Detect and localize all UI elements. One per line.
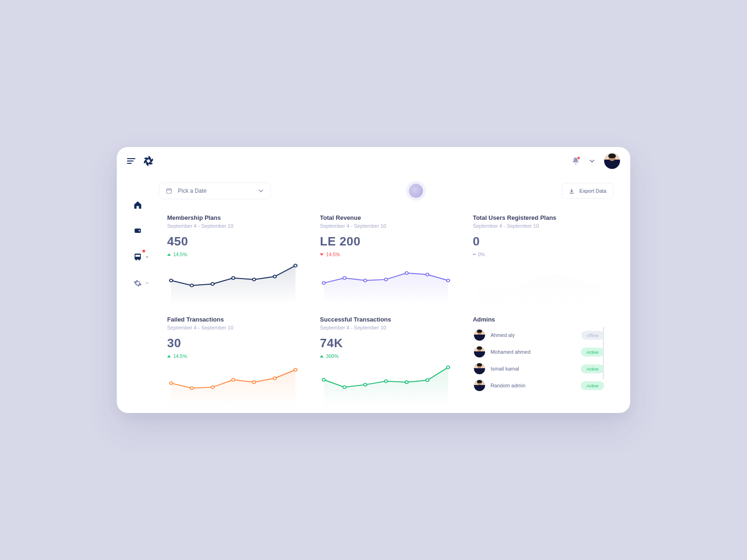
card-delta: 0% bbox=[473, 252, 605, 257]
card-title: Successful Transactions bbox=[320, 316, 452, 323]
toolbar: Pick a Date Export Data bbox=[159, 182, 613, 199]
notifications-bell-icon[interactable] bbox=[571, 157, 580, 165]
card-value: LE 200 bbox=[320, 234, 452, 249]
status-badge: offline bbox=[581, 331, 604, 340]
sparkline-chart bbox=[167, 257, 299, 304]
svg-point-18 bbox=[405, 272, 409, 274]
svg-point-26 bbox=[273, 377, 276, 380]
trend-up-icon bbox=[167, 355, 171, 357]
svg-point-12 bbox=[273, 275, 276, 278]
card-subtitle: September 4 - September 10 bbox=[167, 223, 299, 229]
card-delta: 300% bbox=[320, 353, 452, 359]
status-badge: Active bbox=[581, 381, 604, 390]
avatar bbox=[474, 329, 485, 341]
svg-rect-6 bbox=[167, 189, 172, 193]
svg-point-31 bbox=[385, 380, 388, 383]
svg-point-29 bbox=[343, 386, 346, 389]
svg-point-16 bbox=[364, 279, 367, 282]
card-users: Total Users Registered Plans September 4… bbox=[465, 206, 613, 304]
svg-point-25 bbox=[253, 381, 256, 384]
logo-icon[interactable] bbox=[142, 154, 155, 168]
svg-point-8 bbox=[190, 284, 193, 287]
svg-point-21 bbox=[169, 382, 173, 385]
cards-grid: Membership Plans September 4 - September… bbox=[159, 206, 613, 413]
svg-point-14 bbox=[322, 281, 325, 284]
sidebar-item-users[interactable] bbox=[131, 224, 144, 238]
sidebar-item-home[interactable] bbox=[131, 198, 144, 211]
menu-icon[interactable] bbox=[127, 158, 135, 164]
admin-name: Random admin bbox=[491, 383, 575, 388]
status-badge: Active bbox=[581, 348, 604, 357]
svg-point-11 bbox=[253, 278, 256, 281]
sidebar-item-settings[interactable] bbox=[131, 277, 144, 290]
card-subtitle: September 4 - September 10 bbox=[320, 325, 452, 330]
admin-row[interactable]: Ismail kamalActive bbox=[473, 360, 605, 377]
trend-up-icon bbox=[167, 253, 171, 256]
svg-point-32 bbox=[405, 381, 409, 384]
chevron-down-icon bbox=[258, 188, 264, 194]
id-card-icon bbox=[133, 227, 143, 235]
status-badge: Active bbox=[581, 364, 604, 373]
admin-name: Ahmed aly bbox=[491, 332, 576, 338]
scrollbar[interactable] bbox=[603, 327, 604, 402]
card-delta: 14.5% bbox=[320, 252, 452, 257]
card-success: Successful Transactions September 4 - Se… bbox=[311, 308, 460, 406]
svg-point-34 bbox=[447, 366, 450, 369]
card-title: Failed Transactions bbox=[167, 316, 299, 323]
notification-dot bbox=[577, 156, 580, 160]
svg-point-5 bbox=[139, 259, 140, 261]
date-picker[interactable]: Pick a Date bbox=[159, 182, 271, 199]
admin-row[interactable]: Ahmed alyoffline bbox=[473, 327, 605, 343]
svg-rect-3 bbox=[135, 255, 140, 257]
sidebar-item-transport[interactable] bbox=[131, 251, 144, 264]
svg-point-15 bbox=[343, 277, 346, 280]
date-picker-label: Pick a Date bbox=[178, 188, 206, 194]
trend-down-icon bbox=[320, 253, 324, 256]
card-subtitle: September 4 - September 10 bbox=[167, 325, 299, 330]
card-admins: Admins Ahmed alyofflineMohamed ahmedActi… bbox=[465, 308, 613, 406]
admin-row[interactable]: Mohamed ahmedActive bbox=[473, 343, 605, 360]
admin-row[interactable]: Random adminActive bbox=[473, 377, 605, 394]
header bbox=[117, 147, 630, 175]
svg-point-20 bbox=[447, 279, 450, 282]
card-value: 30 bbox=[167, 336, 299, 350]
admin-name: Mohamed ahmed bbox=[491, 349, 575, 355]
svg-point-1 bbox=[139, 230, 140, 231]
card-value: 74K bbox=[320, 336, 452, 350]
svg-point-4 bbox=[135, 259, 137, 261]
svg-point-7 bbox=[169, 279, 173, 282]
card-delta: 14.5% bbox=[167, 353, 299, 359]
sparkline-chart bbox=[473, 257, 605, 304]
app-window: Pick a Date Export Data Membership Plans… bbox=[117, 147, 630, 413]
admins-list[interactable]: Ahmed alyofflineMohamed ahmedActiveIsmai… bbox=[473, 327, 605, 402]
card-subtitle: September 4 - September 10 bbox=[473, 223, 605, 229]
card-subtitle: September 4 - September 10 bbox=[320, 223, 452, 229]
svg-point-17 bbox=[385, 278, 388, 281]
sparkline-chart bbox=[320, 257, 452, 304]
svg-point-24 bbox=[232, 378, 235, 381]
sparkline-chart bbox=[167, 359, 299, 406]
svg-point-28 bbox=[322, 378, 325, 381]
export-label: Export Data bbox=[579, 188, 606, 194]
card-value: 450 bbox=[167, 234, 299, 249]
svg-point-10 bbox=[232, 277, 235, 280]
gear-icon bbox=[134, 279, 142, 287]
card-membership: Membership Plans September 4 - September… bbox=[159, 206, 308, 304]
sidebar bbox=[117, 175, 159, 413]
card-title: Total Revenue bbox=[320, 214, 452, 221]
home-icon bbox=[133, 200, 142, 210]
card-title: Total Users Registered Plans bbox=[473, 214, 605, 221]
card-title: Admins bbox=[473, 316, 605, 323]
trend-up-icon bbox=[320, 355, 324, 357]
card-value: 0 bbox=[473, 234, 605, 249]
export-button[interactable]: Export Data bbox=[562, 183, 613, 199]
chevron-down-icon bbox=[145, 255, 149, 259]
loading-indicator bbox=[409, 184, 423, 198]
profile-avatar[interactable] bbox=[604, 153, 620, 169]
profile-chevron-down-icon[interactable] bbox=[589, 158, 595, 164]
bus-icon bbox=[133, 252, 142, 262]
svg-point-9 bbox=[211, 282, 214, 285]
avatar bbox=[474, 346, 485, 357]
card-revenue: Total Revenue September 4 - September 10… bbox=[311, 206, 460, 304]
download-icon bbox=[569, 188, 575, 194]
